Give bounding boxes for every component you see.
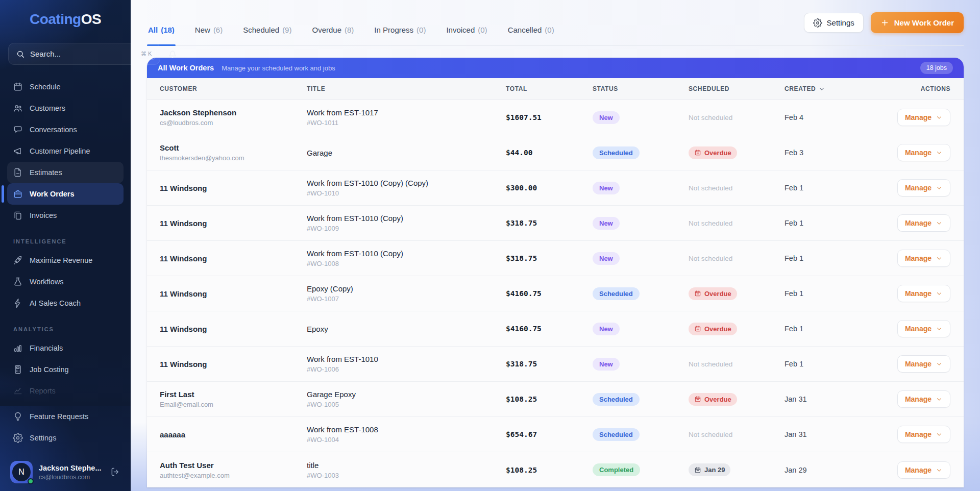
status-badge: Scheduled [593, 146, 640, 159]
overdue-chip: Overdue [689, 393, 737, 406]
sidebar-item-maximize-revenue[interactable]: Maximize Revenue [7, 250, 124, 271]
logout-icon[interactable] [109, 467, 120, 478]
cell-title: title#WO-1003 [307, 461, 506, 479]
manage-button[interactable]: Manage [897, 144, 950, 161]
manage-button[interactable]: Manage [897, 179, 950, 197]
column-header-status: STATUS [593, 85, 689, 92]
cell-status: Scheduled [593, 146, 689, 159]
cell-customer: First LastEmail@email.com [160, 390, 307, 408]
manage-button[interactable]: Manage [897, 320, 950, 337]
manage-button-label: Manage [905, 360, 932, 368]
app-logo: CoatingOS [0, 0, 131, 28]
cell-scheduled: Not scheduled [689, 430, 785, 439]
tab-new[interactable]: New(6) [194, 26, 224, 45]
new-work-order-button[interactable]: New Work Order [871, 12, 964, 33]
settings-button[interactable]: Settings [804, 13, 864, 33]
cell-scheduled: Not scheduled [689, 359, 785, 369]
section-label-intelligence: INTELLIGENCE [13, 238, 124, 244]
table-row: Jackson Stephensoncs@loudbros.comWork fr… [147, 100, 964, 135]
sidebar-item-ai-sales-coach[interactable]: AI Sales Coach [7, 292, 124, 314]
lightbulb-icon [13, 411, 23, 422]
notifications-bell-icon[interactable] [166, 47, 179, 61]
cell-total: $1607.51 [506, 113, 593, 121]
status-badge: Scheduled [593, 287, 640, 300]
tab-in-progress[interactable]: In Progress(0) [373, 26, 427, 45]
column-header-label: CUSTOMER [160, 85, 197, 92]
work-order-number: #WO-1007 [307, 295, 506, 303]
sidebar-item-financials[interactable]: Financials [7, 337, 124, 359]
sidebar-item-label: Feature Requests [30, 412, 88, 421]
sidebar-item-label: Maximize Revenue [30, 256, 92, 264]
tab-count: (0) [416, 26, 426, 34]
table-row: 11 WindsongWork from EST-1010 (Copy) (Co… [147, 170, 964, 206]
user-card[interactable]: N Jackson Stephe... cs@loudbros.com [7, 454, 124, 491]
manage-button-label: Manage [905, 466, 932, 474]
table-row: 11 WindsongEpoxy$4160.75NewOverdueFeb 1M… [147, 311, 964, 347]
manage-button[interactable]: Manage [897, 426, 950, 443]
main-content: All(18)New(6)Scheduled(9)Overdue(8)In Pr… [131, 0, 980, 491]
sidebar-item-label: Customer Pipeline [30, 147, 90, 155]
sidebar-item-work-orders[interactable]: Work Orders [7, 183, 124, 205]
status-tabs: All(18)New(6)Scheduled(9)Overdue(8)In Pr… [147, 0, 555, 45]
not-scheduled-label: Not scheduled [689, 114, 732, 121]
search-box[interactable]: ⌘ K [8, 43, 160, 65]
tab-label: Overdue [312, 26, 341, 34]
tab-cancelled[interactable]: Cancelled(0) [507, 26, 555, 45]
document-icon [13, 167, 23, 178]
sidebar-item-conversations[interactable]: Conversations [7, 119, 124, 140]
cell-status: New [593, 111, 689, 124]
cell-status: New [593, 217, 689, 230]
not-scheduled-label: Not scheduled [689, 219, 732, 227]
cell-status: New [593, 252, 689, 265]
work-order-title: Work from EST-1010 (Copy) [307, 249, 506, 258]
cell-customer: Auth Test Userauthtest@example.com [160, 461, 307, 479]
manage-button[interactable]: Manage [897, 355, 950, 373]
cell-actions: Manage [861, 461, 950, 479]
tab-overdue[interactable]: Overdue(8) [311, 26, 355, 45]
work-order-title: Epoxy (Copy) [307, 284, 506, 293]
cell-status: New [593, 358, 689, 371]
manage-button[interactable]: Manage [897, 390, 950, 408]
sidebar-item-reports[interactable]: Reports [7, 380, 124, 402]
chip-label: Overdue [704, 149, 731, 157]
sidebar-item-label: Work Orders [30, 190, 75, 198]
cell-created: Feb 1 [785, 184, 861, 192]
sidebar-item-workflows[interactable]: Workflows [7, 271, 124, 292]
sidebar-item-customers[interactable]: Customers [7, 97, 124, 119]
cell-total: $44.00 [506, 149, 593, 157]
table-row: Scottthesmokersden@yahoo.comGarage$44.00… [147, 135, 964, 170]
manage-button-label: Manage [905, 184, 932, 192]
manage-button[interactable]: Manage [897, 285, 950, 302]
section-label-analytics: ANALYTICS [13, 326, 124, 332]
work-order-title: Epoxy [307, 325, 506, 333]
work-order-title: Work from EST-1010 [307, 355, 506, 363]
manage-button[interactable]: Manage [897, 214, 950, 232]
sidebar-item-settings[interactable]: Settings [7, 427, 124, 449]
manage-button[interactable]: Manage [897, 109, 950, 126]
sidebar-item-customer-pipeline[interactable]: Customer Pipeline [7, 140, 124, 162]
search-input[interactable] [30, 50, 132, 58]
cell-created: Feb 1 [785, 289, 861, 298]
sidebar-item-job-costing[interactable]: Job Costing [7, 359, 124, 380]
sidebar-item-schedule[interactable]: Schedule [7, 76, 124, 97]
work-order-title: Garage [307, 149, 506, 157]
tab-invoiced[interactable]: Invoiced(0) [445, 26, 488, 45]
sidebar-item-feature-requests[interactable]: Feature Requests [7, 406, 124, 427]
tab-scheduled[interactable]: Scheduled(9) [242, 26, 292, 45]
chat-icon [13, 125, 23, 135]
column-header-created[interactable]: CREATED [785, 85, 861, 92]
table-row: Auth Test Userauthtest@example.comtitle#… [147, 452, 964, 487]
sidebar-item-estimates[interactable]: Estimates [7, 162, 124, 183]
cell-total: $300.00 [506, 184, 593, 192]
status-badge: New [593, 111, 620, 124]
work-order-title: title [307, 461, 506, 470]
jobs-count-badge: 18 jobs [920, 62, 953, 74]
tab-count: (0) [545, 26, 554, 34]
tab-count: (0) [478, 26, 487, 34]
manage-button[interactable]: Manage [897, 461, 950, 479]
sidebar-item-invoices[interactable]: Invoices [7, 205, 124, 226]
sidebar-item-label: Reports [30, 387, 56, 395]
column-header-label: SCHEDULED [689, 85, 729, 92]
manage-button[interactable]: Manage [897, 250, 950, 267]
banner-subtitle: Manage your scheduled work and jobs [222, 64, 335, 72]
